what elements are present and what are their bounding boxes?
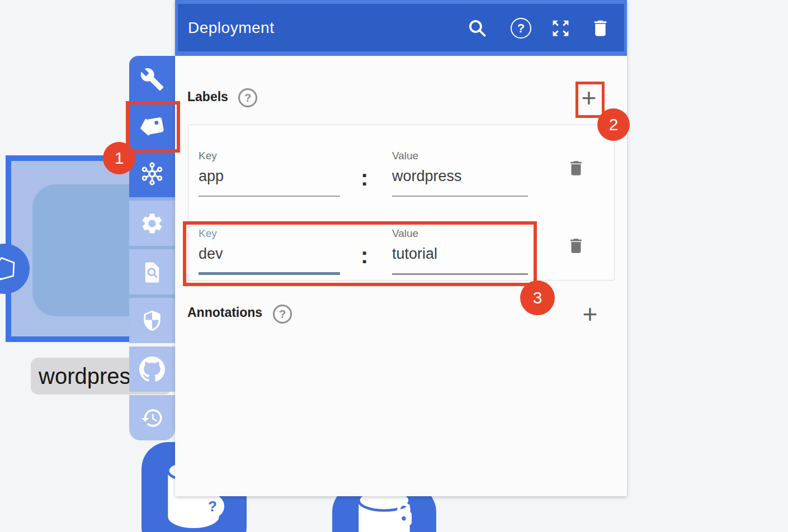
history-clock-icon xyxy=(140,406,164,430)
add-label-button[interactable]: + xyxy=(577,84,601,112)
hub-icon xyxy=(139,161,165,187)
value-field-label: Value xyxy=(392,227,528,240)
step2-number: 2 xyxy=(609,115,619,134)
add-annotation-button[interactable]: + xyxy=(578,300,602,328)
help-icon[interactable]: ? xyxy=(511,18,531,39)
step3-number: 3 xyxy=(533,288,542,307)
value-input-underline xyxy=(392,273,528,275)
plus-glyph: + xyxy=(583,301,598,327)
sidebar-item-settings[interactable] xyxy=(129,201,175,246)
annotations-help-icon[interactable]: ? xyxy=(273,305,292,324)
sidebar-item-build[interactable] xyxy=(129,56,175,103)
labels-help-icon[interactable]: ? xyxy=(238,88,257,107)
sidebar-item-preview-yaml[interactable] xyxy=(129,249,175,294)
node-name-label: wordpress xyxy=(39,364,142,389)
sidebar-item-github[interactable] xyxy=(129,346,175,392)
question-glyph: ? xyxy=(244,92,251,104)
shield-icon xyxy=(140,309,164,332)
document-search-icon xyxy=(140,260,164,284)
question-glyph: ? xyxy=(208,498,217,515)
value-input[interactable]: tutorial xyxy=(392,245,528,263)
panel-title: Deployment xyxy=(188,19,274,37)
question-glyph: ? xyxy=(517,21,525,36)
key-input[interactable]: dev xyxy=(199,245,340,263)
key-input-underline xyxy=(199,272,340,275)
panel-header: Deployment ? xyxy=(175,0,627,56)
sidebar-primary-group xyxy=(129,56,175,197)
step1-badge: 1 xyxy=(103,142,135,174)
kubernetes-editor-canvas: wordpress ? xyxy=(0,0,788,532)
tag-label-icon xyxy=(139,113,165,139)
step1-number: 1 xyxy=(115,149,124,168)
github-icon xyxy=(139,357,165,382)
sidebar-item-network[interactable] xyxy=(129,150,175,197)
wrench-icon xyxy=(140,67,164,92)
step3-badge: 3 xyxy=(520,281,555,315)
delete-icon[interactable] xyxy=(590,18,611,39)
gear-icon xyxy=(140,211,164,236)
value-input[interactable]: wordpress xyxy=(392,168,528,185)
sidebar-item-labels[interactable] xyxy=(129,103,175,150)
key-input[interactable]: app xyxy=(199,168,340,185)
step2-badge: 2 xyxy=(597,108,630,141)
key-input-underline xyxy=(199,196,340,197)
value-input-underline xyxy=(392,196,528,197)
label-row: Key dev : Value tutorial xyxy=(188,203,614,281)
question-badge: ? xyxy=(201,495,224,518)
search-icon[interactable] xyxy=(467,18,488,39)
delete-label-icon[interactable] xyxy=(567,159,586,178)
labels-list: Key app : Value wordpress Key dev : Valu… xyxy=(188,125,615,281)
pentagon-outline-icon xyxy=(0,249,24,288)
labels-section-title: Labels xyxy=(187,89,228,104)
delete-label-icon[interactable] xyxy=(567,236,586,255)
deployment-properties-panel: Deployment ? Labels ? + xyxy=(175,0,627,496)
key-field-label: Key xyxy=(199,227,340,240)
label-row: Key app : Value wordpress xyxy=(188,125,614,203)
sidebar-item-history[interactable] xyxy=(129,395,175,440)
question-glyph: ? xyxy=(279,308,286,321)
annotations-section-title: Annotations xyxy=(187,305,262,320)
colon-separator: : xyxy=(361,165,368,191)
key-field-label: Key xyxy=(199,150,340,162)
plus-glyph: + xyxy=(582,85,597,111)
lock-icon xyxy=(389,497,418,529)
colon-separator: : xyxy=(361,243,368,268)
sidebar-item-security[interactable] xyxy=(129,298,175,343)
expand-icon[interactable] xyxy=(550,18,571,39)
value-field-label: Value xyxy=(392,150,528,162)
